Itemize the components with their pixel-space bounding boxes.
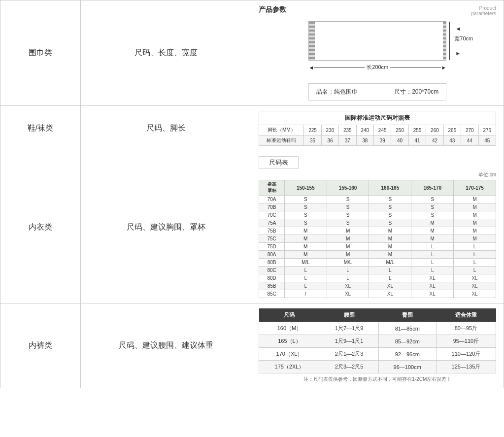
lingerie-header-row: 身高 罩杯 150-155 155-160 160-165 165-170 17… (259, 180, 496, 196)
table-row: 165（L）1尺9—1尺185—92cm95—110斤 (259, 335, 496, 348)
underwear-size-table: 尺码腰围臀围适合体重 160（M）1尺7—1尺981—85cm80—95斤165… (259, 308, 496, 373)
lingerie-size-table: 身高 罩杯 150-155 155-160 160-165 165-170 17… (259, 180, 496, 298)
scarf-info-box: 品名：纯色围巾 尺寸：200*70cm (308, 83, 446, 101)
underwear-header-row: 尺码腰围臀围适合体重 (259, 308, 496, 322)
chart-lingerie: 尺码表 单位:cm 身高 罩杯 150-155 155-160 160-165 … (251, 151, 504, 303)
category-scarf: 围巾类 (0, 0, 81, 106)
table-row: 国际标准运动尺码对照表 (259, 111, 496, 125)
table-row: 75BMMMMM (259, 227, 496, 235)
shoes-size-table: 国际标准运动尺码对照表 脚长（MM） 225 230 235 240 245 2… (259, 111, 496, 146)
params-scarf: 尺码、长度、宽度 (81, 0, 251, 106)
table-row: 80AMMMLL (259, 251, 496, 259)
lingerie-title: 尺码表 (259, 156, 299, 169)
scarf-header: 产品参数 Productparameters (259, 5, 496, 16)
chart-shoes: 国际标准运动尺码对照表 脚长（MM） 225 230 235 240 245 2… (251, 106, 504, 151)
shoes-header-row2: 标准运动鞋码 35 36 37 38 39 40 41 42 43 44 45 (259, 135, 496, 146)
table-row: 85BLXLXLXLXL (259, 282, 496, 290)
table-row: 80CLLLLL (259, 267, 496, 274)
shoes-header-row1: 脚长（MM） 225 230 235 240 245 250 255 260 2… (259, 125, 496, 135)
params-shoes: 尺码、脚长 (81, 106, 251, 151)
category-underwear: 内裤类 (0, 303, 81, 388)
category-lingerie: 内衣类 (0, 151, 81, 303)
table-row: 75CMMMMM (259, 235, 496, 243)
scarf-diagram: 宽70cm ◄ ► (308, 21, 446, 61)
table-row: 170（XL）2尺1—2尺392—96cm110—120斤 (259, 348, 496, 361)
table-row: 围巾类 尺码、长度、宽度 产品参数 Productparameters 宽70c… (0, 0, 504, 106)
chart-underwear: 尺码腰围臀围适合体重 160（M）1尺7—1尺981—85cm80—95斤165… (251, 303, 504, 388)
table-row: 80DLLLXLXL (259, 274, 496, 282)
length-arrow: ◄ 长200cm ► (308, 64, 446, 71)
table-row: 75DMMMLL (259, 243, 496, 251)
chart-scarf: 产品参数 Productparameters 宽70cm ◄ ► ◄ 长200c… (251, 0, 504, 106)
table-row: 80BM/LM/LM/LLL (259, 259, 496, 267)
left-stripe-decoration (309, 22, 315, 60)
table-row: 175（2XL）2尺3—2尺596—100cm125—135斤 (259, 361, 496, 373)
table-row: 70CSSSSM (259, 211, 496, 219)
table-row: 160（M）1尺7—1尺981—85cm80—95斤 (259, 322, 496, 335)
table-row: 70ASSSSM (259, 196, 496, 203)
table-row: 内衣类 尺码、建议胸围、罩杯 尺码表 单位:cm 身高 罩杯 150-155 1… (0, 151, 504, 303)
params-underwear: 尺码、建议腰围、建议体重 (81, 303, 251, 388)
table-row: 70BSSSSM (259, 203, 496, 211)
main-table: 围巾类 尺码、长度、宽度 产品参数 Productparameters 宽70c… (0, 0, 504, 388)
table-row: 内裤类 尺码、建议腰围、建议体重 尺码腰围臀围适合体重 160（M）1尺7—1尺… (0, 303, 504, 388)
right-stripe-decoration (443, 22, 446, 60)
category-shoes: 鞋/袜类 (0, 106, 81, 151)
table-row: 75ASSSMM (259, 219, 496, 227)
table-row: 鞋/袜类 尺码、脚长 国际标准运动尺码对照表 脚长（MM） 225 230 23… (0, 106, 504, 151)
params-lingerie: 尺码、建议胸围、罩杯 (81, 151, 251, 303)
table-row: 85C/XLXLXLXL (259, 290, 496, 298)
